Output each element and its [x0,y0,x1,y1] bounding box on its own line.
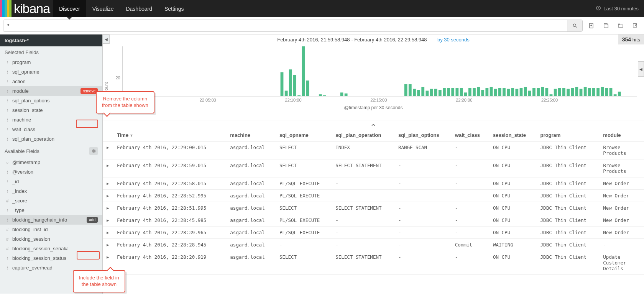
field-label: session_state [12,107,43,113]
share-icon[interactable] [629,20,641,31]
new-search-icon[interactable] [586,20,597,31]
field-label: blocking_session [12,236,50,242]
svg-rect-10 [285,91,288,96]
field-@timestamp[interactable]: ○@timestamp [0,158,102,167]
table-row: ▸February 4th 2016, 22:28:39.965asgard.l… [103,227,644,239]
cell: - [394,251,451,275]
save-icon[interactable] [600,20,612,31]
field-module[interactable]: tmoduleremove [0,86,102,96]
col-module[interactable]: module [599,129,644,141]
field-session_state[interactable]: tsession_state [0,105,102,115]
field-type-icon: # [5,227,10,232]
cell: - [332,214,394,227]
field-blocking_hangchain_info[interactable]: tblocking_hangchain_infoadd [0,215,102,225]
x-axis-label: @timestamp per 30 seconds [110,105,637,110]
field-program[interactable]: tprogram [0,57,102,67]
nav-discover[interactable]: Discover [53,0,86,17]
gear-icon[interactable] [89,147,98,155]
cell: February 4th 2016, 22:28:39.965 [113,227,226,239]
field-type-icon: t [5,170,10,174]
sidebar-collapse-icon[interactable]: ◀ [103,34,110,44]
field-_id[interactable]: t_id [0,177,102,186]
index-pattern-title[interactable]: logstash-* [0,34,102,46]
cell: February 4th 2016, 22:29:00.015 [113,141,226,159]
remove-field-button[interactable]: remove [80,88,98,94]
histogram-chart[interactable]: Count 02022:05:0022:10:0022:15:0022:20:0… [103,43,644,120]
table-row: ▸February 4th 2016, 22:28:28.945asgard.l… [103,239,644,251]
field-blocking_inst_id[interactable]: #blocking_inst_id [0,225,102,234]
nav-dashboard[interactable]: Dashboard [120,0,158,17]
cell: ON CPU [489,141,537,159]
expand-row-icon[interactable]: ▸ [103,214,113,227]
svg-rect-47 [520,88,523,96]
col-wait_class[interactable]: wait_class [451,129,489,141]
col-Time[interactable]: Time▼ [113,129,226,141]
field-label: _type [12,207,25,213]
col-sql_plan_options[interactable]: sql_plan_options [394,129,451,141]
col-program[interactable]: program [537,129,600,141]
field-blocking_session[interactable]: #blocking_session [0,234,102,244]
cell: - [394,239,451,251]
expand-row-icon[interactable]: ▸ [103,190,113,202]
cell: SELECT [276,202,332,214]
cell: New Order [599,177,644,190]
col-session_state[interactable]: session_state [489,129,537,141]
svg-rect-12 [293,75,296,96]
expand-row-icon[interactable]: ▸ [103,202,113,214]
cell: February 4th 2016, 22:28:51.995 [113,202,226,214]
nav-visualize[interactable]: Visualize [86,0,120,17]
svg-rect-25 [426,91,429,96]
col-sql_opname[interactable]: sql_opname [276,129,332,141]
cell: asgard.local [226,177,276,190]
field-_type[interactable]: t_type [0,205,102,215]
svg-rect-61 [580,89,583,96]
cell: ON CPU [489,251,537,275]
field-blocking_session_status[interactable]: tblocking_session_status [0,253,102,263]
svg-rect-42 [498,88,501,96]
col-machine[interactable]: machine [226,129,276,141]
time-picker[interactable]: Last 30 minutes [596,0,644,17]
field-sql_plan_operation[interactable]: tsql_plan_operation [0,134,102,144]
field-sql_opname[interactable]: tsql_opname [0,67,102,77]
load-icon[interactable] [615,20,626,31]
field-_score[interactable]: #_score [0,196,102,205]
field-sidebar: logstash-* Selected Fields tprogramtsql_… [0,34,103,294]
svg-rect-15 [306,80,309,96]
field-label: blocking_inst_id [12,227,48,232]
cell: - [451,159,489,177]
add-field-button[interactable]: add [87,217,98,223]
expand-row-icon[interactable]: ▸ [103,227,113,239]
cell: asgard.local [226,251,276,275]
field-action[interactable]: taction [0,77,102,86]
field-type-icon: t [5,89,10,94]
svg-rect-29 [443,88,446,96]
field-sql_plan_options[interactable]: tsql_plan_options [0,96,102,105]
expand-row-icon[interactable]: ▸ [103,159,113,177]
field-wait_class[interactable]: twait_class [0,125,102,134]
field-machine[interactable]: tmachine [0,115,102,125]
cell: SELECT [276,251,332,275]
collapse-chart-icon[interactable] [103,120,644,129]
svg-rect-3 [605,24,607,25]
field-label: blocking_session_status [12,255,66,261]
field-@version[interactable]: t@version [0,167,102,177]
expand-row-icon[interactable]: ▸ [103,239,113,251]
search-input[interactable] [3,20,567,31]
field-_index[interactable]: t_index [0,186,102,196]
cell: - [332,227,394,239]
cell: - [332,177,394,190]
field-type-icon: t [5,208,10,213]
cell: asgard.local [226,159,276,177]
field-blocking_session_serial#[interactable]: #blocking_session_serial# [0,244,102,253]
col-sql_plan_operation[interactable]: sql_plan_operation [332,129,394,141]
svg-rect-64 [592,88,595,96]
expand-row-icon[interactable]: ▸ [103,141,113,159]
search-button[interactable] [567,20,582,31]
interval-link[interactable]: by 30 seconds [437,37,470,43]
svg-rect-53 [545,88,548,96]
field-label: sql_plan_operation [12,136,54,142]
expand-row-icon[interactable]: ▸ [103,177,113,190]
cell: February 4th 2016, 22:28:59.015 [113,159,226,177]
table-row: ▸February 4th 2016, 22:29:00.015asgard.l… [103,141,644,159]
nav-settings[interactable]: Settings [158,0,190,17]
